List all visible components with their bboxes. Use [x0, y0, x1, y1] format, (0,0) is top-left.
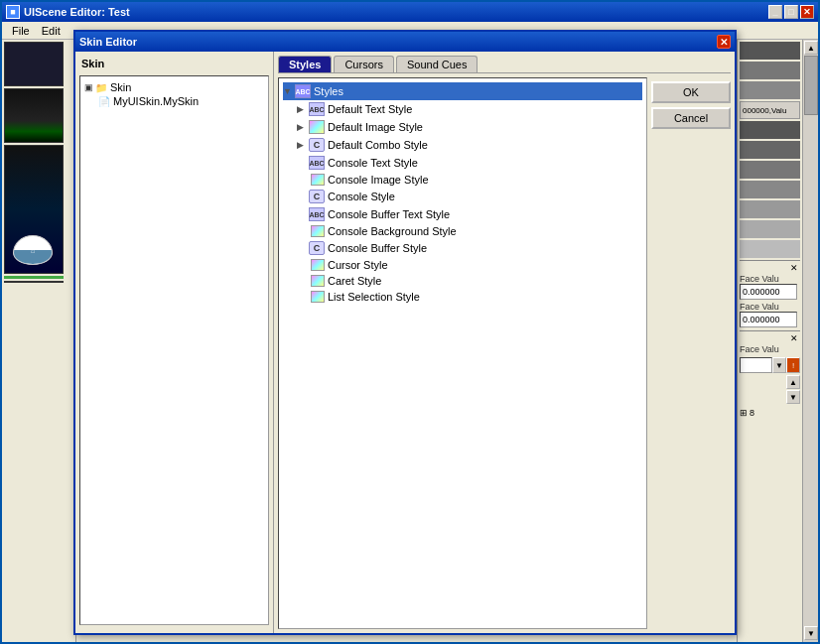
- skin-tree-title: Skin: [79, 56, 269, 71]
- caret-icon: [311, 275, 325, 287]
- default-image-expand: ▶: [297, 122, 307, 132]
- console-text-style-item[interactable]: ABC Console Text Style: [297, 154, 642, 172]
- grid-icon: ⊞: [740, 408, 748, 418]
- console-c-icon: C: [309, 190, 325, 203]
- list-sel-icon: [311, 291, 325, 303]
- skin-root-item[interactable]: ▣ 📁 Skin: [84, 80, 264, 94]
- count-label: 8: [750, 408, 754, 418]
- combo-dropdown[interactable]: ▼: [772, 357, 786, 373]
- image-icon: [309, 120, 325, 134]
- face-label-2: Face Valu: [740, 302, 800, 312]
- console-buffer-text-label: Console Buffer Text Style: [328, 208, 450, 220]
- console-buffer-abc-icon: ABC: [309, 207, 325, 221]
- right-panel: ▲ ▼ 000000,Valu: [737, 40, 818, 642]
- cursor-icon: [311, 259, 325, 271]
- styles-tree: ▼ ABC Styles ▶ ABC Default Text Style: [278, 77, 647, 629]
- console-bg-icon: [311, 225, 325, 237]
- face-input-2[interactable]: [740, 312, 797, 327]
- tab-sound-cues[interactable]: Sound Cues: [396, 56, 478, 72]
- tab-styles-active[interactable]: Styles: [278, 56, 332, 72]
- console-image-icon: [311, 174, 325, 186]
- list-sel-label: List Selection Style: [328, 291, 420, 303]
- face-input-1[interactable]: [740, 284, 797, 300]
- skin-editor-dialog: Skin Editor ✕ Skin ▣ 📁 Skin 📄 MyUISkin.M…: [73, 30, 737, 635]
- dialog-close-button[interactable]: ✕: [717, 35, 731, 49]
- skin-editor-content: Skin ▣ 📁 Skin 📄 MyUISkin.MySkin: [75, 52, 735, 633]
- outer-close-button[interactable]: ✕: [800, 5, 814, 19]
- ok-button[interactable]: OK: [651, 81, 731, 103]
- scroll-up-btn[interactable]: ▲: [786, 375, 800, 389]
- face-label-1: Face Valu: [740, 274, 800, 284]
- root-expand-icon: ▣: [84, 82, 93, 92]
- console-image-label: Console Image Style: [328, 174, 429, 186]
- console-bg-style-item[interactable]: Console Background Style: [297, 223, 642, 239]
- console-style-label: Console Style: [328, 191, 395, 202]
- menu-file[interactable]: File: [6, 25, 36, 37]
- console-style-item[interactable]: C Console Style: [297, 188, 642, 205]
- console-buffer-label: Console Buffer Style: [328, 242, 427, 254]
- caret-label: Caret Style: [328, 275, 381, 287]
- outer-titlebar-buttons: _ □ ✕: [768, 5, 814, 19]
- combo-exclaim[interactable]: !: [786, 357, 800, 373]
- text-abc-icon: ABC: [309, 102, 325, 116]
- outer-window-title: UIScene Editor: Test: [24, 6, 130, 18]
- default-combo-label: Default Combo Style: [328, 139, 428, 151]
- ok-cancel-panel: OK Cancel: [651, 77, 731, 629]
- cursor-label: Cursor Style: [328, 259, 388, 271]
- styles-label: Styles: [314, 85, 343, 97]
- skin-tree-area: ▣ 📁 Skin 📄 MyUISkin.MySkin: [79, 75, 269, 625]
- left-preview-panel: ⌂: [2, 40, 76, 642]
- cancel-button[interactable]: Cancel: [651, 107, 731, 129]
- console-image-style-item[interactable]: Console Image Style: [297, 172, 642, 188]
- right-text-value: 000000,Valu: [743, 106, 786, 115]
- skin-tree-panel: Skin ▣ 📁 Skin 📄 MyUISkin.MySkin: [75, 52, 274, 633]
- maximize-button[interactable]: □: [784, 5, 798, 19]
- default-image-label: Default Image Style: [328, 121, 423, 133]
- skin-child-label: MyUISkin.MySkin: [113, 95, 199, 107]
- styles-abc-icon: ABC: [295, 84, 311, 98]
- style-root-item[interactable]: ▼ ABC Styles: [283, 82, 642, 100]
- default-text-label: Default Text Style: [328, 103, 412, 115]
- default-combo-expand: ▶: [297, 140, 307, 150]
- list-selection-style-item[interactable]: List Selection Style: [297, 289, 642, 305]
- outer-window: ■ UIScene Editor: Test _ □ ✕ File Edit ▣…: [0, 0, 820, 644]
- console-text-label: Console Text Style: [328, 157, 418, 169]
- styles-content: ▼ ABC Styles ▶ ABC Default Text Style: [278, 77, 731, 629]
- default-text-expand: ▶: [297, 104, 307, 114]
- combo-c-icon: C: [309, 138, 325, 152]
- outer-titlebar: ■ UIScene Editor: Test _ □ ✕: [2, 2, 818, 22]
- console-buffer-style-item[interactable]: C Console Buffer Style: [297, 239, 642, 257]
- caret-style-item[interactable]: Caret Style: [297, 273, 642, 289]
- default-text-style-item[interactable]: ▶ ABC Default Text Style: [297, 100, 642, 118]
- scroll-down-btn[interactable]: ▼: [786, 390, 800, 404]
- skin-file-icon: 📄: [98, 96, 110, 107]
- styles-expand-icon: ▼: [283, 86, 293, 96]
- console-buffer-c-icon: C: [309, 241, 325, 255]
- tab-bar: Styles Styles Cursors Sound Cues: [278, 56, 731, 73]
- default-image-style-item[interactable]: ▶ Default Image Style: [297, 118, 642, 136]
- folder-icon: 📁: [95, 82, 107, 93]
- cursor-style-item[interactable]: Cursor Style: [297, 257, 642, 273]
- app-icon: ■: [6, 5, 20, 19]
- skin-editor-title: Skin Editor: [79, 36, 717, 48]
- skin-child-item[interactable]: 📄 MyUISkin.MySkin: [98, 94, 264, 108]
- skin-editor-titlebar: Skin Editor ✕: [75, 32, 735, 52]
- right-value-1: 000000,Valu: [740, 101, 800, 119]
- menu-edit[interactable]: Edit: [36, 25, 67, 37]
- tab-cursors[interactable]: Cursors: [334, 56, 394, 72]
- console-buffer-text-style-item[interactable]: ABC Console Buffer Text Style: [297, 205, 642, 223]
- face-label-3: Face Valu: [740, 344, 800, 354]
- minimize-button[interactable]: _: [768, 5, 782, 19]
- default-combo-style-item[interactable]: ▶ C Default Combo Style: [297, 136, 642, 154]
- console-text-abc-icon: ABC: [309, 156, 325, 170]
- skin-root-label: Skin: [110, 81, 131, 93]
- styles-panel: Styles Styles Cursors Sound Cues ▼ ABC S…: [274, 52, 735, 633]
- console-bg-label: Console Background Style: [328, 225, 457, 237]
